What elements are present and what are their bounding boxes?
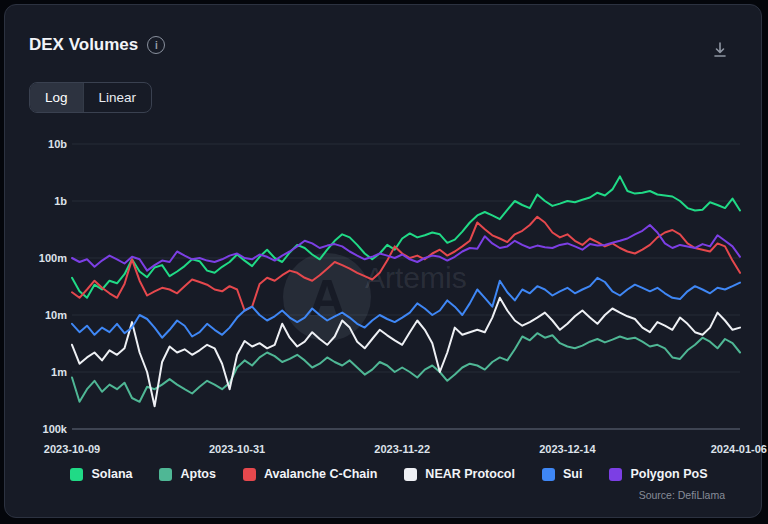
y-axis-label-100k: 100k [43,423,68,435]
y-axis-label-100m: 100m [39,252,67,264]
legend-swatch [70,468,83,481]
legend-item-solana[interactable]: Solana [70,467,132,481]
legend-label: Sui [563,467,582,481]
download-icon [711,41,729,59]
y-axis-label-1b: 1b [54,195,67,207]
y-axis-label-10b: 10b [48,138,67,150]
legend-swatch [609,468,622,481]
chart-legend: SolanaAptosAvalanche C-ChainNEAR Protoco… [5,467,768,481]
legend-swatch [159,468,172,481]
dex-volumes-card: 10b1b100m10m1m100k2023-10-092023-10-3120… [4,4,762,518]
log-scale-button[interactable]: Log [30,83,83,112]
legend-label: Avalanche C-Chain [264,467,377,481]
x-axis-label-2024-01-06: 2024-01-06 [711,443,767,455]
legend-item-aptos[interactable]: Aptos [159,467,215,481]
page-title: DEX Volumes i [29,35,165,55]
linear-scale-button[interactable]: Linear [83,83,152,112]
x-axis-label-2023-11-22: 2023-11-22 [374,443,430,455]
x-axis-label-2023-12-14: 2023-12-14 [539,443,596,455]
legend-swatch [243,468,256,481]
source-attribution: Source: DefiLlama [639,489,725,501]
watermark-text: Artemis [365,261,467,294]
legend-label: Aptos [180,467,215,481]
legend-swatch [542,468,555,481]
legend-label: Polygon PoS [630,467,707,481]
legend-swatch [404,468,417,481]
download-button[interactable] [709,39,731,61]
legend-item-polygon-pos[interactable]: Polygon PoS [609,467,707,481]
scale-toggle: Log Linear [29,82,152,113]
y-axis-label-1m: 1m [51,366,67,378]
legend-label: NEAR Protocol [425,467,515,481]
info-icon[interactable]: i [147,36,165,54]
series-line-aptos[interactable] [72,333,740,402]
x-axis-label-2023-10-09: 2023-10-09 [44,443,100,455]
y-axis-label-10m: 10m [45,309,67,321]
legend-item-sui[interactable]: Sui [542,467,582,481]
legend-item-near-protocol[interactable]: NEAR Protocol [404,467,515,481]
legend-label: Solana [91,467,132,481]
page-title-text: DEX Volumes [29,35,138,55]
x-axis-label-2023-10-31: 2023-10-31 [209,443,265,455]
legend-item-avalanche-c-chain[interactable]: Avalanche C-Chain [243,467,377,481]
